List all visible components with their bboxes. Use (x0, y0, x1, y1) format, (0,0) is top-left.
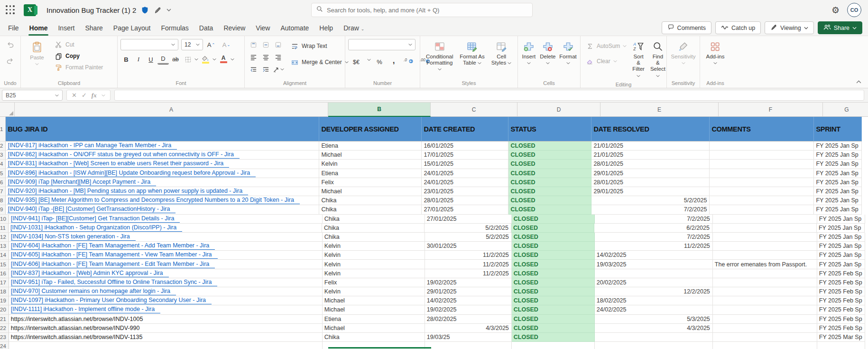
row-number-21[interactable]: 21 (0, 315, 9, 324)
comma-format-button[interactable]: , (388, 54, 399, 66)
cell-bug-jira-id[interactable]: [INDV-970] Customer remains on homepage … (9, 287, 323, 296)
fx-chevron-icon[interactable] (102, 91, 105, 100)
cell-empty[interactable] (425, 342, 512, 349)
cell-date-resolved[interactable]: 7/2/2025 (595, 215, 713, 224)
cell-sprint[interactable]: FY 2025 Jan Sp (814, 151, 862, 160)
cell-developer-assigned[interactable]: Kelvin (319, 160, 422, 169)
font-color-chevron-icon[interactable] (231, 55, 234, 64)
align-center-button[interactable] (260, 51, 271, 63)
cell-date-created[interactable]: 4/3/2025 (425, 324, 512, 333)
confirm-formula-icon[interactable]: ✓ (82, 92, 87, 99)
fill-color-button[interactable] (199, 54, 212, 65)
delete-cells-button[interactable]: Delete (538, 39, 557, 66)
increase-font-size-button[interactable]: A⌃ (204, 39, 218, 50)
catch-up-button[interactable]: Catch up (715, 21, 761, 34)
cell-status[interactable]: CLOSED (512, 251, 595, 260)
cell-status[interactable]: CLOSED (512, 233, 595, 242)
cell-comments[interactable] (713, 242, 817, 251)
cell-status[interactable]: CLOSED (512, 287, 595, 296)
cell-date-resolved[interactable]: 29/01/2025 (591, 169, 710, 178)
merge-center-button[interactable]: Merge & Center (288, 57, 351, 68)
cell-date-created[interactable]: 27/01/2025 (422, 205, 508, 214)
cell-sprint[interactable]: FY 2025 Feb Sp (817, 315, 865, 324)
cell-status[interactable]: CLOSED (512, 296, 595, 305)
comments-button[interactable]: Comments (662, 21, 711, 34)
fill-color-chevron-icon[interactable] (212, 55, 216, 64)
currency-chevron-icon[interactable] (367, 56, 371, 64)
cell-sprint[interactable]: FY 2025 Jan Sp (814, 169, 862, 178)
cell-sprint[interactable]: FY 2025 Jan Sp (814, 205, 862, 214)
text-orientation-button[interactable] (272, 64, 284, 75)
column-header-F[interactable]: F (719, 103, 823, 117)
column-header-E[interactable]: E (600, 103, 719, 117)
cell-bug-jira-id[interactable]: [INDV-909] iTap [Merchant][MB] Accept Pa… (6, 178, 319, 187)
cell-date-created[interactable]: 17/01/2025 (422, 151, 508, 160)
cell-bug-jira-id[interactable]: [INDV-941] iTap- [BE][Customer] Get Tran… (9, 215, 323, 224)
cell-date-resolved[interactable]: 7/2/2025 (591, 205, 710, 214)
tab-view[interactable]: View (250, 21, 275, 35)
cell-status[interactable]: CLOSED (508, 160, 591, 169)
cell-status[interactable]: CLOSED (512, 324, 595, 333)
cell-date-created[interactable]: 19/03/25 (425, 333, 512, 342)
align-right-button[interactable] (272, 51, 284, 63)
copy-button[interactable]: Copy (52, 50, 105, 62)
jira-link[interactable]: [INDV-970] Customer remains on homepage … (11, 288, 176, 295)
cell-date-resolved[interactable]: 28/01/2025 (591, 160, 710, 169)
cell-status[interactable]: CLOSED (508, 187, 591, 196)
row-number-2[interactable]: 2 (0, 141, 6, 151)
cell-status[interactable]: CLOSED (512, 242, 595, 251)
cell-sprint[interactable]: FY 2025 Jan Sp (817, 224, 865, 233)
undo-button[interactable] (5, 39, 16, 50)
header-cell-date-created[interactable]: DATE CREATED (422, 117, 508, 141)
cell-comments[interactable] (713, 305, 817, 314)
cell-date-created[interactable]: 19/02/2025 (425, 278, 512, 287)
row-number-14[interactable]: 14 (0, 251, 9, 260)
cell-bug-jira-id[interactable]: [INDV-604] iHackathon - [FE] Team Manage… (9, 242, 323, 251)
cell-date-resolved[interactable]: 24/02/2025 (595, 305, 713, 314)
cell-status[interactable]: CLOSED (512, 278, 595, 287)
cell-developer-assigned[interactable]: Michael (323, 324, 425, 333)
jira-link[interactable]: [INDV-604] iHackathon - [FE] Team Manage… (11, 242, 215, 250)
row-number-7[interactable]: 7 (0, 187, 6, 196)
jira-link[interactable]: [INDV-605] iHackathon - [FE] Team Manage… (11, 251, 218, 259)
cell-bug-jira-id[interactable]: [INDV-1031] iHackathon - Setup Organizat… (9, 224, 322, 233)
jira-link[interactable]: [INDV-909] iTap [Merchant][MB] Accept Pa… (8, 179, 156, 186)
cell-developer-assigned[interactable]: Chika (323, 215, 425, 224)
format-painter-button[interactable]: Format Painter (52, 62, 105, 73)
cell-developer-assigned[interactable]: Kelvin (323, 269, 425, 278)
row-number-10[interactable]: 10 (0, 215, 9, 224)
cell-developer-assigned[interactable]: Kelvin (323, 242, 425, 251)
cell-status[interactable]: CLOSED (512, 305, 595, 314)
cell-sprint[interactable]: FY 2025 Jan Sp (814, 187, 862, 196)
jira-link[interactable]: [INDV-920] iHackathon - [MB] Pending sta… (8, 188, 248, 195)
app-launcher-icon[interactable] (6, 5, 15, 15)
row-number-13[interactable]: 13 (0, 242, 9, 251)
cell-sprint[interactable]: FY 2025 Jan Sp (814, 141, 862, 151)
cell-developer-assigned[interactable]: Chika (323, 233, 425, 242)
tab-insert[interactable]: Insert (53, 21, 80, 35)
cell-status[interactable]: CLOSED (508, 178, 591, 187)
cell-sprint[interactable]: FY 2025 Feb Sp (817, 296, 865, 305)
wrap-text-button[interactable]: Wrap Text (288, 40, 351, 52)
jira-link[interactable]: [INDV-1031] iHackathon - Setup Organizat… (10, 224, 182, 232)
decrease-indent-button[interactable] (248, 64, 259, 75)
format-cells-button[interactable]: Format (558, 39, 578, 66)
cell-comments[interactable] (713, 233, 817, 242)
cell-status[interactable]: CLOSED (512, 260, 595, 269)
cell-comments[interactable] (713, 251, 817, 260)
cell-comments[interactable] (710, 169, 814, 178)
cell-date-created[interactable]: 28/01/2025 (422, 196, 508, 205)
cell-sprint[interactable]: FY 2025 Jan Sp (814, 178, 862, 187)
row-number-22[interactable]: 22 (0, 324, 9, 333)
column-header-D[interactable]: D (517, 103, 600, 117)
cell-date-created[interactable]: 15/01/2025 (422, 160, 508, 169)
percent-format-button[interactable]: % (374, 54, 385, 66)
cell-bug-jira-id[interactable]: [INDV-605] iHackathon - [FE] Team Manage… (9, 251, 323, 260)
cell-bug-jira-id[interactable]: [INDV-1034] Non-STS token generation - J… (9, 233, 323, 242)
cell-bug-jira-id[interactable]: [INDV-1111] iHackathon - Implement offli… (9, 305, 323, 314)
cell-bug-jira-id[interactable]: [INDV-862] iHackathon - ON/OFF status be… (6, 151, 319, 160)
row-number-3[interactable]: 3 (0, 151, 6, 160)
cell-developer-assigned[interactable]: Chika (319, 205, 422, 214)
search-bar[interactable] (311, 3, 533, 17)
borders-button[interactable] (182, 54, 194, 65)
